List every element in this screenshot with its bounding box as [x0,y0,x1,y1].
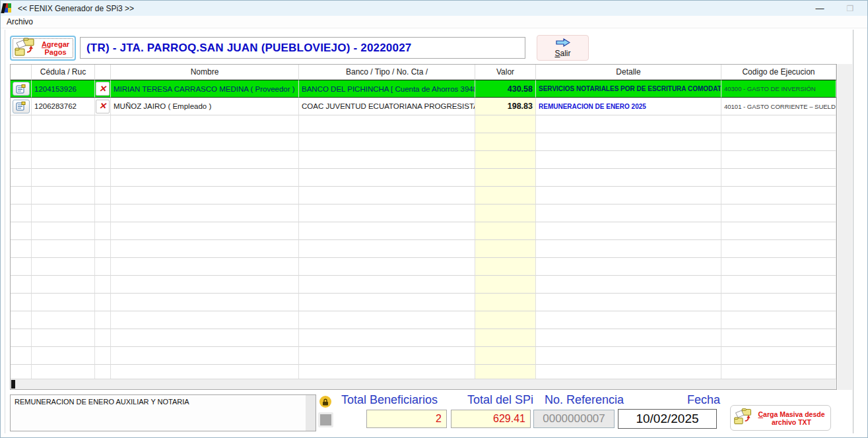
column-header-banco[interactable]: Banco / Tipo / No. Cta / [299,65,475,80]
column-header-edit[interactable] [11,65,32,80]
empty-table-row [11,151,836,169]
empty-cell-valor [475,294,536,311]
empty-cell-detalle [536,294,721,311]
empty-cell-cedula [32,347,95,365]
cell-delete: ✕ [95,98,111,115]
cell-detalle: REMUNERACION DE ENERO 2025 [536,98,721,115]
empty-cell-banco [299,258,475,276]
empty-cell-banco [299,311,475,329]
empty-cell-nombre [111,347,299,365]
empty-table-row [11,187,836,204]
exit-arrow-icon [556,38,570,49]
empty-cell-cedula [32,294,95,311]
table-row[interactable]: 1204153926✕MIRIAN TERESA CARRASCO MEDINA… [11,80,836,98]
empty-cell-detalle [536,258,721,276]
cell-banco: BANCO DEL PICHINCHA [ Cuenta de Ahorros … [299,80,475,98]
delete-row-button[interactable]: ✕ [96,82,110,96]
empty-cell-banco [299,329,475,347]
empty-cell-cedula [32,276,95,294]
empty-table-row [11,347,836,365]
column-header-detalle[interactable]: Detalle [536,65,721,80]
empty-cell-detalle [536,365,721,379]
minimize-button[interactable]: — [807,1,833,16]
carga-masiva-label: Carga Masiva desdearchivo TXT [755,410,828,426]
edit-row-button[interactable] [13,100,30,113]
empty-cell-banco [299,222,475,240]
empty-table-row [11,311,836,329]
empty-cell-codigo [721,294,836,311]
empty-cell-banco [299,151,475,169]
app-icon [5,3,15,13]
fecha-input[interactable]: 10/02/2025 [618,409,717,429]
empty-cell-valor [475,222,536,240]
table-row[interactable]: 1206283762✕MUÑOZ JAIRO ( Empleado )COAC … [11,98,836,115]
total-spi-value: 629.41 [451,410,531,428]
horizontal-scrollbar[interactable] [11,379,836,389]
empty-cell-codigo [721,169,836,187]
empty-cell-nombre [111,258,299,276]
menu-archivo[interactable]: Archivo [1,17,39,26]
memo-textarea[interactable]: REMUNERACION DE ENERO AUXILIAR Y NOTARIA [10,394,316,431]
agregar-pagos-button[interactable]: AgregarPagos [10,36,76,61]
empty-cell-nombre [111,311,299,329]
empty-cell-valor [475,204,536,222]
empty-cell-banco [299,294,475,311]
empty-cell-edit [11,365,32,379]
column-header-nombre[interactable]: Nombre [111,65,299,80]
cell-cedula: 1206283762 [32,98,95,115]
edit-row-button[interactable] [13,82,30,96]
empty-cell-codigo [721,133,836,151]
empty-cell-valor [475,151,536,169]
empty-cell-edit [11,133,32,151]
memo-scrollbar[interactable] [306,395,316,431]
empty-cell-edit [11,222,32,240]
batch-title-field[interactable]: (TR) - JTA. PARROQ.SAN JUAN (PUEBLOVIEJO… [80,37,525,59]
cell-valor: 430.58 [475,80,536,98]
delete-row-button[interactable]: ✕ [96,100,110,113]
empty-table-row [11,240,836,258]
cell-edit [11,80,32,98]
cell-cedula: 1204153926 [32,80,95,98]
empty-cell-valor [475,329,536,347]
column-header-delete[interactable] [95,65,111,80]
column-header-cedula[interactable]: Cédula / Ruc [32,65,95,80]
empty-cell-cedula [32,115,95,133]
empty-cell-codigo [721,240,836,258]
empty-table-row [11,294,836,311]
empty-cell-valor [475,347,536,365]
cell-delete: ✕ [95,80,111,98]
horizontal-scrollbar-thumb[interactable] [11,380,15,389]
gray-square-button[interactable] [318,412,333,427]
empty-cell-detalle [536,204,721,222]
empty-cell-cedula [32,187,95,204]
empty-cell-detalle [536,133,721,151]
column-header-codigo[interactable]: Codigo de Ejecucion [721,65,836,80]
salir-button[interactable]: Salir [537,35,589,61]
empty-cell-detalle [536,151,721,169]
empty-cell-codigo [721,258,836,276]
empty-cell-delete [95,311,111,329]
cell-edit [11,98,32,115]
payments-table: Cédula / RucNombreBanco / Tipo / No. Cta… [10,64,837,390]
empty-cell-detalle [536,311,721,329]
column-header-valor[interactable]: Valor [475,65,536,80]
empty-cell-valor [475,115,536,133]
empty-cell-valor [475,311,536,329]
empty-cell-nombre [111,365,299,379]
empty-cell-valor [475,187,536,204]
empty-table-row [11,222,836,240]
panel-edge-right [853,30,853,433]
window-title: << FENIX Generador de SPi3 >> [18,4,134,13]
empty-cell-banco [299,187,475,204]
empty-cell-nombre [111,276,299,294]
carga-masiva-button[interactable]: Carga Masiva desdearchivo TXT [730,405,831,431]
restore-button[interactable]: ❐ [837,1,863,16]
vertical-scrollbar[interactable] [838,64,852,390]
empty-table-row [11,169,836,187]
fecha-label: Fecha [687,393,720,407]
empty-cell-detalle [536,276,721,294]
empty-table-row [11,329,836,347]
folder-icon [733,408,753,428]
empty-cell-valor [475,240,536,258]
empty-cell-banco [299,133,475,151]
